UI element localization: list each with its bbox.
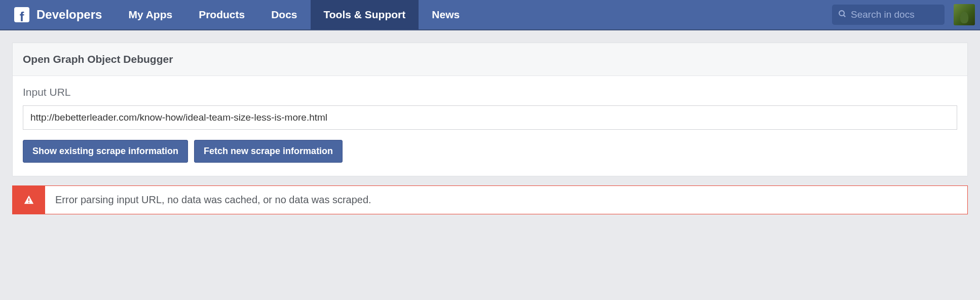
nav-news[interactable]: News bbox=[419, 0, 473, 29]
show-existing-scrape-button[interactable]: Show existing scrape information bbox=[23, 140, 188, 163]
button-row: Show existing scrape information Fetch n… bbox=[23, 140, 957, 163]
svg-rect-2 bbox=[28, 198, 29, 201]
page-title: Open Graph Object Debugger bbox=[23, 53, 957, 65]
input-url-field[interactable] bbox=[23, 105, 957, 130]
error-alert: Error parsing input URL, no data was cac… bbox=[12, 185, 968, 214]
panel-header: Open Graph Object Debugger bbox=[13, 43, 967, 76]
brand[interactable]: f Developers bbox=[0, 0, 115, 29]
search-icon bbox=[838, 10, 847, 20]
nav-tools-support[interactable]: Tools & Support bbox=[311, 0, 419, 29]
svg-rect-3 bbox=[28, 202, 29, 203]
top-navbar: f Developers My Apps Products Docs Tools… bbox=[0, 0, 980, 30]
facebook-logo-icon: f bbox=[14, 7, 29, 22]
search-input[interactable] bbox=[851, 9, 938, 20]
svg-line-1 bbox=[844, 15, 846, 17]
debugger-panel: Open Graph Object Debugger Input URL Sho… bbox=[12, 43, 968, 176]
search-container bbox=[825, 0, 952, 29]
panel-body: Input URL Show existing scrape informati… bbox=[13, 76, 967, 176]
fetch-new-scrape-button[interactable]: Fetch new scrape information bbox=[194, 140, 343, 163]
input-url-label: Input URL bbox=[23, 86, 957, 98]
brand-label: Developers bbox=[36, 8, 102, 22]
svg-point-0 bbox=[839, 11, 844, 16]
avatar[interactable] bbox=[954, 4, 975, 25]
search-box[interactable] bbox=[832, 5, 945, 25]
primary-nav: My Apps Products Docs Tools & Support Ne… bbox=[115, 0, 473, 29]
warning-icon bbox=[13, 186, 45, 214]
error-message: Error parsing input URL, no data was cac… bbox=[45, 186, 382, 214]
nav-docs[interactable]: Docs bbox=[258, 0, 310, 29]
nav-my-apps[interactable]: My Apps bbox=[115, 0, 185, 29]
nav-products[interactable]: Products bbox=[185, 0, 258, 29]
